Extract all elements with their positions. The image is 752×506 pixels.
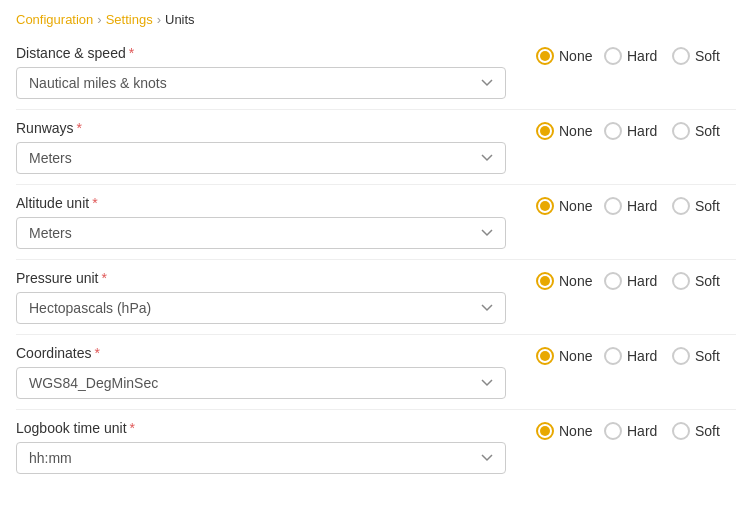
radio-circle-distance-speed-hard	[604, 47, 622, 65]
radio-option-distance-speed-soft[interactable]: Soft	[672, 47, 732, 65]
radio-label-runways-hard: Hard	[627, 123, 657, 139]
radio-option-distance-speed-hard[interactable]: Hard	[604, 47, 664, 65]
radio-label-runways-soft: Soft	[695, 123, 720, 139]
setting-label-runways: Runways *	[16, 120, 516, 136]
breadcrumb-settings[interactable]: Settings	[106, 12, 153, 27]
radio-circle-runways-soft	[672, 122, 690, 140]
required-star-coordinates: *	[95, 345, 100, 361]
select-coordinates[interactable]: WGS84_DegMinSecWGS84_DegMinWGS84_Deg	[16, 367, 506, 399]
radio-circle-logbook-time-unit-soft	[672, 422, 690, 440]
page-container: Configuration › Settings › Units Distanc…	[0, 0, 752, 506]
select-distance-speed[interactable]: Nautical miles & knotsKilometers & km/hM…	[16, 67, 506, 99]
radio-label-altitude-unit-hard: Hard	[627, 198, 657, 214]
breadcrumb: Configuration › Settings › Units	[16, 12, 736, 27]
breadcrumb-config[interactable]: Configuration	[16, 12, 93, 27]
setting-row-logbook-time-unit: Logbook time unit *hh:mmDecimalNoneHardS…	[16, 420, 736, 484]
radio-group-altitude-unit: NoneHardSoft	[516, 195, 736, 215]
radio-circle-coordinates-none	[536, 347, 554, 365]
radio-option-logbook-time-unit-none[interactable]: None	[536, 422, 596, 440]
radio-option-runways-hard[interactable]: Hard	[604, 122, 664, 140]
radio-label-distance-speed-hard: Hard	[627, 48, 657, 64]
breadcrumb-current: Units	[165, 12, 195, 27]
radio-circle-altitude-unit-hard	[604, 197, 622, 215]
radio-label-pressure-unit-none: None	[559, 273, 592, 289]
radio-circle-logbook-time-unit-none	[536, 422, 554, 440]
radio-option-coordinates-hard[interactable]: Hard	[604, 347, 664, 365]
radio-circle-runways-hard	[604, 122, 622, 140]
required-star-runways: *	[77, 120, 82, 136]
radio-circle-pressure-unit-hard	[604, 272, 622, 290]
required-star-distance-speed: *	[129, 45, 134, 61]
setting-row-distance-speed: Distance & speed *Nautical miles & knots…	[16, 45, 736, 110]
radio-label-distance-speed-soft: Soft	[695, 48, 720, 64]
radio-option-logbook-time-unit-hard[interactable]: Hard	[604, 422, 664, 440]
required-star-logbook-time-unit: *	[130, 420, 135, 436]
setting-left-logbook-time-unit: Logbook time unit *hh:mmDecimal	[16, 420, 516, 474]
radio-circle-logbook-time-unit-hard	[604, 422, 622, 440]
radio-circle-distance-speed-none	[536, 47, 554, 65]
setting-label-distance-speed: Distance & speed *	[16, 45, 516, 61]
radio-group-coordinates: NoneHardSoft	[516, 345, 736, 365]
setting-row-altitude-unit: Altitude unit *MetersFeetNoneHardSoft	[16, 195, 736, 260]
radio-group-distance-speed: NoneHardSoft	[516, 45, 736, 65]
select-runways[interactable]: MetersFeet	[16, 142, 506, 174]
setting-left-pressure-unit: Pressure unit *Hectopascals (hPa)Milliba…	[16, 270, 516, 324]
radio-label-altitude-unit-none: None	[559, 198, 592, 214]
setting-row-pressure-unit: Pressure unit *Hectopascals (hPa)Milliba…	[16, 270, 736, 335]
setting-label-coordinates: Coordinates *	[16, 345, 516, 361]
setting-left-altitude-unit: Altitude unit *MetersFeet	[16, 195, 516, 249]
setting-label-logbook-time-unit: Logbook time unit *	[16, 420, 516, 436]
radio-label-logbook-time-unit-soft: Soft	[695, 423, 720, 439]
radio-circle-runways-none	[536, 122, 554, 140]
radio-option-coordinates-none[interactable]: None	[536, 347, 596, 365]
required-star-altitude-unit: *	[92, 195, 97, 211]
setting-left-coordinates: Coordinates *WGS84_DegMinSecWGS84_DegMin…	[16, 345, 516, 399]
radio-option-altitude-unit-none[interactable]: None	[536, 197, 596, 215]
radio-option-altitude-unit-hard[interactable]: Hard	[604, 197, 664, 215]
radio-group-logbook-time-unit: NoneHardSoft	[516, 420, 736, 440]
settings-rows: Distance & speed *Nautical miles & knots…	[16, 45, 736, 484]
radio-option-logbook-time-unit-soft[interactable]: Soft	[672, 422, 732, 440]
select-altitude-unit[interactable]: MetersFeet	[16, 217, 506, 249]
radio-circle-coordinates-hard	[604, 347, 622, 365]
radio-option-pressure-unit-soft[interactable]: Soft	[672, 272, 732, 290]
radio-option-coordinates-soft[interactable]: Soft	[672, 347, 732, 365]
select-logbook-time-unit[interactable]: hh:mmDecimal	[16, 442, 506, 474]
setting-row-coordinates: Coordinates *WGS84_DegMinSecWGS84_DegMin…	[16, 345, 736, 410]
radio-label-coordinates-hard: Hard	[627, 348, 657, 364]
radio-group-runways: NoneHardSoft	[516, 120, 736, 140]
radio-option-runways-soft[interactable]: Soft	[672, 122, 732, 140]
setting-left-distance-speed: Distance & speed *Nautical miles & knots…	[16, 45, 516, 99]
radio-circle-altitude-unit-soft	[672, 197, 690, 215]
radio-circle-coordinates-soft	[672, 347, 690, 365]
radio-label-logbook-time-unit-none: None	[559, 423, 592, 439]
radio-label-runways-none: None	[559, 123, 592, 139]
setting-label-pressure-unit: Pressure unit *	[16, 270, 516, 286]
breadcrumb-sep-1: ›	[97, 12, 101, 27]
radio-label-distance-speed-none: None	[559, 48, 592, 64]
radio-option-altitude-unit-soft[interactable]: Soft	[672, 197, 732, 215]
radio-label-coordinates-none: None	[559, 348, 592, 364]
setting-left-runways: Runways *MetersFeet	[16, 120, 516, 174]
radio-circle-pressure-unit-soft	[672, 272, 690, 290]
required-star-pressure-unit: *	[101, 270, 106, 286]
radio-option-distance-speed-none[interactable]: None	[536, 47, 596, 65]
radio-option-runways-none[interactable]: None	[536, 122, 596, 140]
radio-circle-distance-speed-soft	[672, 47, 690, 65]
select-pressure-unit[interactable]: Hectopascals (hPa)Millibars (mb)Inches o…	[16, 292, 506, 324]
radio-group-pressure-unit: NoneHardSoft	[516, 270, 736, 290]
breadcrumb-sep-2: ›	[157, 12, 161, 27]
radio-option-pressure-unit-hard[interactable]: Hard	[604, 272, 664, 290]
setting-label-altitude-unit: Altitude unit *	[16, 195, 516, 211]
setting-row-runways: Runways *MetersFeetNoneHardSoft	[16, 120, 736, 185]
radio-label-altitude-unit-soft: Soft	[695, 198, 720, 214]
radio-option-pressure-unit-none[interactable]: None	[536, 272, 596, 290]
radio-label-coordinates-soft: Soft	[695, 348, 720, 364]
radio-label-pressure-unit-soft: Soft	[695, 273, 720, 289]
radio-label-logbook-time-unit-hard: Hard	[627, 423, 657, 439]
radio-circle-altitude-unit-none	[536, 197, 554, 215]
radio-circle-pressure-unit-none	[536, 272, 554, 290]
radio-label-pressure-unit-hard: Hard	[627, 273, 657, 289]
